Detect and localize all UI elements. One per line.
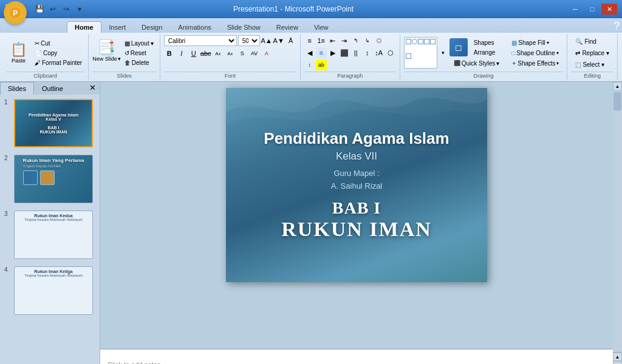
svg-text:P: P (13, 9, 18, 18)
font-label: Font (164, 72, 296, 79)
slide-rukun: RUKUN IMAN (264, 218, 449, 241)
quick-styles-button[interactable]: ⬛ Quick Styles ▾ (449, 59, 504, 68)
tab-slideshow[interactable]: Slide Show (219, 21, 268, 33)
title-bar: 📊 💾 ↩ ↪ ▾ Presentation1 - Microsoft Powe… (0, 0, 622, 18)
align-text-button[interactable]: ↕A (374, 47, 384, 58)
paste-button[interactable]: 📋 Paste (6, 39, 31, 67)
font-name-select[interactable]: Calibri (164, 35, 237, 46)
shapes-large-button[interactable]: ◻ (449, 38, 468, 56)
strikethrough-button[interactable]: abc (200, 48, 211, 59)
shape-circle[interactable] (412, 39, 417, 44)
minimize-button[interactable]: ─ (567, 4, 583, 15)
scroll-thumb[interactable] (613, 92, 621, 110)
qa-dropdown[interactable]: ▾ (73, 3, 86, 15)
slides-group: 📑 New Slide▾ ▦Layout▾ ↺Reset � (89, 34, 160, 80)
font-row-2: B I U abc Ax Ax S AV A (164, 48, 272, 59)
maximize-button[interactable]: □ (584, 4, 600, 15)
numbering-button[interactable]: 1≡ (316, 35, 327, 46)
font-color-button[interactable]: A (261, 48, 272, 59)
clipboard-label: Clipboard (6, 72, 84, 79)
clipboard-content: 📋 Paste ✂Cut 📄Copy 🖌Format Painter (6, 35, 84, 70)
scroll-track[interactable] (613, 91, 622, 352)
tab-slides[interactable]: Slides (0, 82, 34, 95)
qa-undo[interactable]: ↩ (47, 3, 59, 15)
increase-indent-button[interactable]: ⇥ (339, 35, 350, 46)
bullets-button[interactable]: ≡ (304, 35, 315, 46)
font-spacing-button[interactable]: AV (249, 48, 260, 59)
slide-thumb-1[interactable]: 1 Pendidikan Agama IslamKelas VBAB IRUKU… (2, 97, 97, 149)
shadow-button[interactable]: S (237, 48, 248, 59)
font-size-select[interactable]: 50 (238, 35, 260, 46)
shape-triangle[interactable] (418, 39, 423, 44)
arrange-button[interactable]: Arrange (470, 48, 500, 57)
shape-fill-button[interactable]: ▩ Shape Fill ▾ (507, 38, 563, 47)
text-highlight-button[interactable]: ab (316, 59, 327, 70)
tab-home[interactable]: Home (67, 21, 101, 33)
shapes-dropdown[interactable]: ▾ (439, 38, 448, 68)
columns-button[interactable]: || (350, 47, 361, 58)
qa-redo[interactable]: ↪ (60, 3, 72, 15)
format-painter-button[interactable]: 🖌Format Painter (32, 58, 84, 67)
italic-button[interactable]: I (176, 48, 187, 59)
font-decrease-button[interactable]: A▼ (273, 35, 284, 46)
superscript-button[interactable]: Ax (225, 48, 236, 59)
align-center-button[interactable]: ≡ (316, 47, 327, 58)
shape-effects-button[interactable]: ✦ Shape Effects ▾ (507, 59, 563, 68)
find-button[interactable]: 🔍Find (571, 36, 613, 47)
copy-button[interactable]: 📄Copy (32, 49, 84, 58)
shape-star[interactable] (406, 53, 411, 59)
underline-button[interactable]: U (188, 48, 199, 59)
tab-insert[interactable]: Insert (101, 21, 134, 33)
help-icon[interactable]: ? (613, 20, 620, 33)
notes-area[interactable]: Click to add notes (100, 349, 613, 364)
shape-line[interactable] (424, 39, 429, 44)
tab-outline[interactable]: Outline (34, 82, 71, 95)
slide-thumb-4[interactable]: 4 Rukun Iman Ketiga Tingkat Kepala Madra… (2, 265, 97, 317)
close-button[interactable]: ✕ (601, 4, 617, 15)
subscript-button[interactable]: Ax (213, 48, 224, 59)
scroll-up-button[interactable]: ▲ (613, 82, 622, 91)
layout-button[interactable]: ▦Layout▾ (122, 39, 156, 48)
rtl-button[interactable]: ↰ (350, 35, 361, 46)
delete-button[interactable]: 🗑Delete (122, 58, 156, 67)
reset-button[interactable]: ↺Reset (122, 49, 156, 58)
replace-button[interactable]: ⇄Replace▾ (571, 48, 613, 58)
justify-button[interactable]: ⬛ (339, 47, 350, 58)
tab-design[interactable]: Design (134, 21, 170, 33)
right-scrollbar[interactable]: ▲ ▲ ▼ ▼ (613, 82, 622, 364)
slide-area: Pendidikan Agama Islam Kelas VII Guru Ma… (100, 82, 613, 349)
new-slide-button[interactable]: New Slide▾ (92, 56, 121, 62)
slide-thumb-2[interactable]: 2 Rukun Iman Yang Pertama Tingkat Kepala… (2, 153, 97, 205)
align-right-button[interactable]: ▶ (327, 47, 338, 58)
shapes-button[interactable]: Shapes (470, 38, 500, 47)
shape-outline-button[interactable]: □ Shape Outline ▾ (507, 49, 563, 58)
ltr-button[interactable]: ↳ (362, 35, 373, 46)
clear-format-button[interactable]: Ā (285, 35, 296, 46)
qa-save[interactable]: 💾 (33, 3, 46, 15)
bold-button[interactable]: B (164, 48, 175, 59)
tab-review[interactable]: Review (268, 21, 306, 33)
prev-slide-button[interactable]: ▲ (613, 352, 622, 361)
decrease-indent-button[interactable]: ⇤ (327, 35, 338, 46)
panel-tabs: Slides Outline ✕ (0, 82, 100, 95)
tab-animations[interactable]: Animations (170, 21, 219, 33)
new-slide-icon[interactable]: 📑 (97, 39, 115, 56)
cut-button[interactable]: ✂Cut (32, 39, 84, 48)
slide-canvas[interactable]: Pendidikan Agama Islam Kelas VII Guru Ma… (226, 88, 487, 282)
line-spacing-button[interactable]: ↕ (304, 59, 315, 70)
slide-thumb-3[interactable]: 3 Rukun Iman Kedua Tingkat Kepala Madras… (2, 209, 97, 261)
text-direction-button[interactable]: ↕ (362, 47, 373, 58)
next-slide-button[interactable]: ▼ (613, 362, 622, 364)
font-increase-button[interactable]: A▲ (261, 35, 272, 46)
smart-art-button[interactable]: ⬡ (374, 35, 384, 46)
panel-close-button[interactable]: ✕ (86, 82, 100, 95)
align-left-button[interactable]: ◀ (304, 47, 315, 58)
shape-arrow[interactable] (430, 39, 436, 44)
font-row-1: Calibri 50 A▲ A▼ Ā (164, 35, 296, 46)
convert-smartart-button[interactable]: ⬡ (385, 47, 396, 58)
quick-access-toolbar: 💾 ↩ ↪ ▾ (33, 3, 86, 15)
office-button[interactable]: P (4, 1, 27, 24)
tab-view[interactable]: View (306, 21, 337, 33)
select-button[interactable]: ⬚Select▾ (571, 59, 613, 70)
shape-rect[interactable] (406, 39, 411, 44)
